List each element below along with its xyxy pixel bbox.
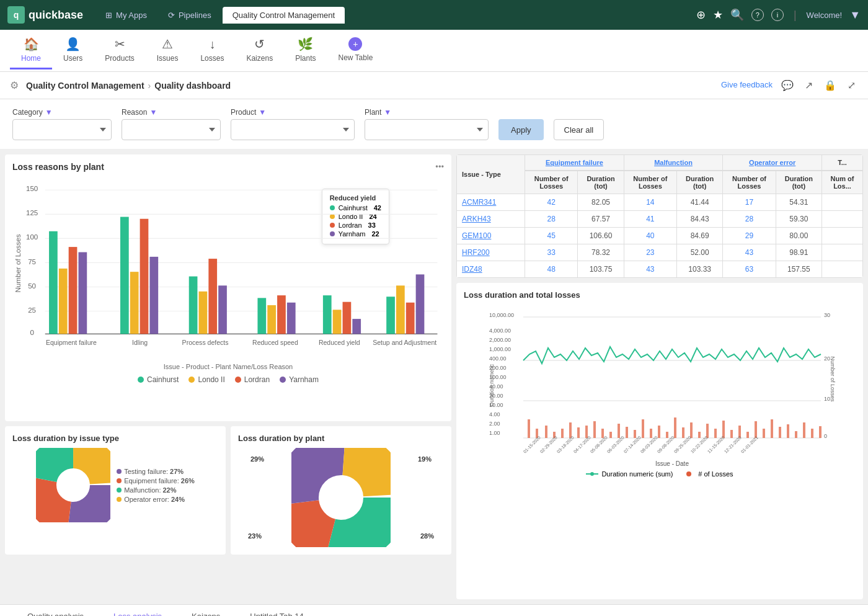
bar-chart-container: 150 125 100 75 50 25 0 — [12, 177, 444, 363]
chart-menu-button[interactable]: ••• — [435, 162, 444, 171]
tab-kaizens[interactable]: Kaizens — [177, 605, 235, 617]
plant-filter: Plant ▼ — [365, 108, 489, 140]
losses-icon: ↓ — [209, 37, 215, 51]
product-name[interactable]: ARKH43 — [457, 211, 525, 228]
category-select[interactable] — [12, 119, 112, 140]
kaizens-icon: ↺ — [254, 37, 265, 51]
users-icon: 👤 — [65, 37, 81, 51]
breadcrumb-app[interactable]: Quality Control Management — [26, 81, 144, 91]
help-icon[interactable]: ? — [751, 9, 764, 21]
nav-tab-qcm[interactable]: Quality Control Management — [223, 7, 345, 24]
tab-quality-analysis[interactable]: Quality analysis — [12, 605, 99, 617]
lock-icon[interactable]: 🔒 — [822, 77, 839, 94]
product-label: Product ▼ — [231, 108, 355, 117]
main-content: Loss reasons by plant ••• Reduced yield … — [0, 150, 868, 604]
svg-rect-107 — [795, 431, 797, 438]
more-losses — [822, 211, 863, 228]
eq-losses: 42 — [525, 194, 578, 211]
nav-users[interactable]: 👤 Users — [52, 32, 94, 69]
svg-text:50: 50 — [28, 282, 36, 290]
app-logo[interactable]: q quickbase — [7, 6, 83, 24]
col-more-losses: Num of Los... — [822, 171, 863, 194]
info-icon[interactable]: i — [771, 9, 784, 21]
star-icon[interactable]: ★ — [713, 8, 723, 22]
svg-text:30: 30 — [824, 312, 830, 318]
bottom-charts: Loss duration by issue type — [5, 426, 451, 555]
nav-tab-myapps[interactable]: ⊞ My Apps — [95, 7, 157, 24]
table-row: ARKH43 28 67.57 41 84.43 28 59.30 — [457, 211, 863, 228]
svg-rect-103 — [763, 429, 765, 438]
pie2-title: Loss duration by plant — [238, 434, 444, 443]
breadcrumb-actions: Give feedback 💬 ↗ 🔒 ⤢ — [721, 77, 858, 94]
welcome-dropdown-icon[interactable]: ▼ — [849, 9, 861, 22]
svg-text:10: 10 — [824, 396, 830, 402]
svg-rect-36 — [343, 302, 352, 334]
app-navigation: 🏠 Home 👤 Users ✂ Products ⚠ Issues ↓ Los… — [0, 30, 868, 72]
nav-plants[interactable]: 🌿 Plants — [284, 32, 327, 69]
svg-rect-15 — [59, 269, 68, 334]
search-icon[interactable]: 🔍 — [730, 8, 744, 22]
svg-text:Process defects: Process defects — [182, 339, 229, 346]
svg-point-130 — [686, 471, 691, 476]
svg-rect-14 — [49, 231, 58, 334]
nav-products[interactable]: ✂ Products — [94, 32, 145, 69]
expand-icon[interactable]: ⤢ — [845, 77, 858, 94]
line-chart-panel: Loss duration and total losses 10,000.00… — [456, 283, 863, 599]
product-name[interactable]: GEM100 — [457, 228, 525, 244]
tab-loss-analysis[interactable]: Loss analysis — [99, 605, 177, 617]
svg-rect-92 — [674, 417, 676, 438]
reason-select[interactable] — [122, 119, 221, 140]
x-axis-label-text: Issue - Product - Plant Name/Loss Reason — [12, 363, 444, 370]
feedback-button[interactable]: Give feedback — [721, 80, 773, 91]
svg-rect-89 — [650, 429, 652, 438]
nav-home[interactable]: 🏠 Home — [10, 32, 52, 69]
nav-issues[interactable]: ⚠ Issues — [146, 32, 190, 69]
apply-button[interactable]: Apply — [498, 119, 544, 140]
svg-text:2,000.00: 2,000.00 — [489, 337, 511, 343]
nav-kaizens[interactable]: ↺ Kaizens — [235, 32, 284, 69]
svg-text:1,000.00: 1,000.00 — [489, 346, 511, 352]
pie1-labels: Testing failure: 27% Equipment failure: … — [117, 468, 195, 505]
mal-losses: 23 — [624, 244, 676, 261]
add-icon[interactable]: ⊕ — [696, 8, 706, 22]
nav-tab-pipelines[interactable]: ⟳ Pipelines — [158, 7, 221, 24]
svg-rect-97 — [714, 429, 717, 438]
op-losses: 29 — [723, 228, 776, 244]
share-icon[interactable]: ↗ — [802, 77, 815, 94]
svg-rect-21 — [140, 219, 149, 334]
op-dur: 59.30 — [776, 211, 822, 228]
svg-rect-20 — [130, 272, 139, 334]
nav-new-table[interactable]: + New Table — [327, 32, 384, 69]
op-dur: 54.31 — [776, 194, 822, 211]
tab-untitled-14[interactable]: Untitled Tab 14 — [235, 605, 319, 617]
svg-text:Reduced yield: Reduced yield — [319, 339, 360, 346]
svg-text:Number of Losses: Number of Losses — [14, 234, 22, 292]
product-select[interactable] — [231, 119, 355, 140]
product-name[interactable]: HRF200 — [457, 244, 525, 261]
col-mal-dur: Duration (tot) — [677, 171, 723, 194]
op-losses: 43 — [723, 244, 776, 261]
eq-dur: 78.32 — [578, 244, 624, 261]
svg-rect-99 — [730, 430, 733, 438]
svg-rect-22 — [149, 257, 158, 334]
plant-select[interactable] — [365, 119, 489, 140]
nav-losses[interactable]: ↓ Losses — [189, 32, 235, 69]
svg-rect-105 — [779, 427, 781, 438]
settings-icon[interactable]: ⚙ — [10, 79, 19, 91]
svg-rect-32 — [287, 303, 296, 334]
product-name[interactable]: ACMR341 — [457, 194, 525, 211]
op-losses: 63 — [723, 261, 776, 278]
lordran-legend-dot — [235, 377, 241, 383]
breadcrumb: Quality Control Management › Quality das… — [26, 81, 231, 91]
more-losses — [822, 244, 863, 261]
clear-button[interactable]: Clear all — [554, 119, 604, 140]
chat-icon[interactable]: 💬 — [779, 77, 796, 94]
pie1-svg — [36, 448, 110, 522]
svg-text:Reduced speed: Reduced speed — [252, 339, 298, 346]
product-name[interactable]: IDZ48 — [457, 261, 525, 278]
legend-yarnham: Yarnham — [280, 375, 319, 384]
more-losses — [822, 194, 863, 211]
op-dur: 98.91 — [776, 244, 822, 261]
legend-lordran: Lordran — [235, 375, 270, 384]
table-row: IDZ48 48 103.75 43 103.33 63 157.55 — [457, 261, 863, 278]
